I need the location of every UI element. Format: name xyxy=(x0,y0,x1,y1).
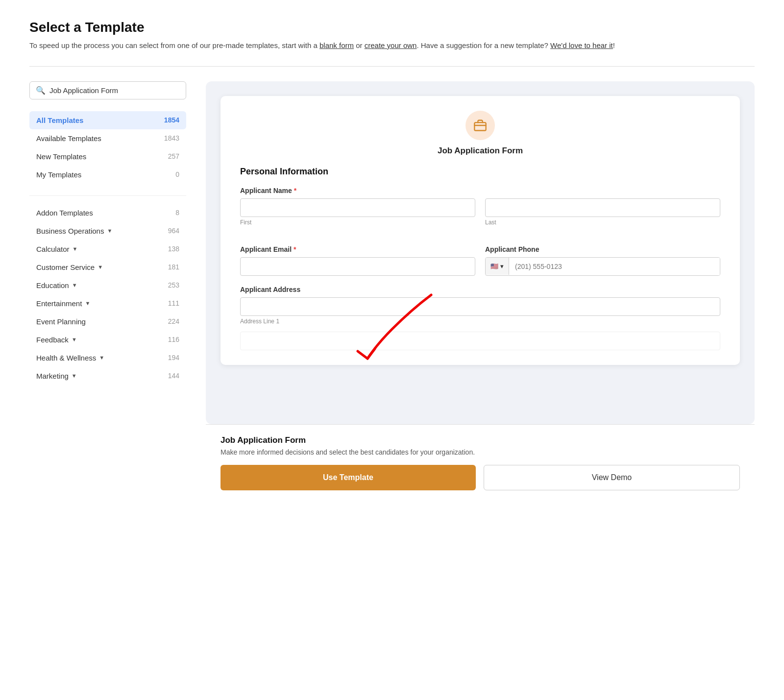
filter-all-label: All Templates xyxy=(36,116,83,124)
category-marketing-label: Marketing xyxy=(36,372,69,380)
header-divider xyxy=(29,66,755,67)
last-name-input[interactable] xyxy=(485,198,720,217)
filter-new-count: 257 xyxy=(168,152,179,160)
filter-all-templates[interactable]: All Templates 1854 xyxy=(29,111,186,129)
category-calculator[interactable]: Calculator ▼ 138 xyxy=(29,240,186,258)
required-star: * xyxy=(294,187,296,194)
category-education[interactable]: Education ▼ 253 xyxy=(29,276,186,294)
template-info-title: Job Application Form xyxy=(220,435,740,445)
use-template-button[interactable]: Use Template xyxy=(220,465,476,490)
briefcase-icon xyxy=(473,119,487,132)
category-addon-count: 8 xyxy=(175,209,179,217)
page-title: Select a Template xyxy=(29,20,755,35)
name-fields-row: First Last xyxy=(240,198,720,226)
first-name-input[interactable] xyxy=(240,198,475,217)
category-addon-label: Addon Templates xyxy=(36,209,93,217)
filter-available-count: 1843 xyxy=(164,134,179,142)
chevron-down-icon: ▼ xyxy=(99,355,104,361)
address-field: Applicant Address Address Line 1 xyxy=(240,286,720,325)
category-feedback[interactable]: Feedback ▼ 116 xyxy=(29,331,186,349)
chevron-down-icon: ▼ xyxy=(72,373,77,379)
search-input[interactable] xyxy=(49,86,180,95)
category-list: Addon Templates 8 Business Operations ▼ … xyxy=(29,204,186,385)
filter-available-templates[interactable]: Available Templates 1843 xyxy=(29,129,186,147)
applicant-name-label: Applicant Name * xyxy=(240,187,720,194)
category-feedback-label: Feedback xyxy=(36,336,69,344)
phone-flag-dropdown[interactable]: 🇺🇸 ▾ xyxy=(486,258,509,275)
category-health-count: 194 xyxy=(168,354,179,362)
category-health-wellness[interactable]: Health & Wellness ▼ 194 xyxy=(29,349,186,367)
form-section-title: Personal Information xyxy=(240,167,720,177)
category-education-count: 253 xyxy=(168,281,179,289)
last-name-group: Last xyxy=(485,198,720,226)
category-business-count: 964 xyxy=(168,227,179,235)
category-customer-label: Customer Service xyxy=(36,263,95,271)
required-star-email: * xyxy=(294,245,296,253)
category-business-operations[interactable]: Business Operations ▼ 964 xyxy=(29,222,186,240)
form-preview-title: Job Application Form xyxy=(240,146,720,156)
blank-form-link[interactable]: blank form xyxy=(319,41,354,49)
create-own-link[interactable]: create your own xyxy=(365,41,417,49)
category-calculator-count: 138 xyxy=(168,245,179,253)
form-icon-circle xyxy=(466,111,495,140)
email-input[interactable] xyxy=(240,257,475,276)
chevron-down-icon: ▼ xyxy=(98,264,103,270)
chevron-down-icon: ▼ xyxy=(85,300,90,306)
email-group: Applicant Email * xyxy=(240,245,475,276)
last-label: Last xyxy=(485,219,720,226)
chevron-down-icon: ▼ xyxy=(72,282,77,288)
category-marketing-count: 144 xyxy=(168,372,179,380)
filter-new-label: New Templates xyxy=(36,152,86,161)
category-education-label: Education xyxy=(36,281,69,290)
view-demo-button[interactable]: View Demo xyxy=(484,465,740,490)
applicant-name-row: Applicant Name * First xyxy=(240,187,720,236)
category-entertainment[interactable]: Entertainment ▼ 111 xyxy=(29,294,186,313)
form-preview: Job Application Form Personal Informatio… xyxy=(220,96,740,365)
svg-rect-0 xyxy=(474,122,486,130)
page-subtitle: To speed up the process you can select f… xyxy=(29,40,755,51)
filter-my-label: My Templates xyxy=(36,170,81,179)
first-name-group: First xyxy=(240,198,475,226)
category-entertainment-count: 111 xyxy=(168,299,179,307)
filter-my-templates[interactable]: My Templates 0 xyxy=(29,166,186,184)
us-flag-icon: 🇺🇸 xyxy=(490,263,498,270)
phone-input[interactable] xyxy=(509,258,720,275)
category-entertainment-label: Entertainment xyxy=(36,299,82,308)
category-event-planning[interactable]: Event Planning 224 xyxy=(29,313,186,331)
preview-card: Job Application Form Personal Informatio… xyxy=(206,81,755,424)
action-buttons: Use Template View Demo xyxy=(220,465,740,490)
chevron-down-icon: ▼ xyxy=(73,246,78,252)
category-business-label: Business Operations xyxy=(36,227,104,235)
filter-new-templates[interactable]: New Templates 257 xyxy=(29,147,186,166)
template-info-desc: Make more informed decisions and select … xyxy=(220,448,740,456)
category-customer-service[interactable]: Customer Service ▼ 181 xyxy=(29,258,186,276)
address-line1-input[interactable] xyxy=(240,297,720,316)
email-phone-row: Applicant Email * Applicant Phone 🇺🇸 xyxy=(240,245,720,276)
category-calculator-label: Calculator xyxy=(36,245,70,253)
feedback-link[interactable]: We'd love to hear it xyxy=(550,41,613,49)
template-info-bar: Job Application Form Make more informed … xyxy=(206,424,755,501)
category-event-count: 224 xyxy=(168,317,179,325)
email-label: Applicant Email * xyxy=(240,245,475,253)
filter-all-count: 1854 xyxy=(164,116,179,124)
filter-my-count: 0 xyxy=(175,170,179,178)
filter-available-label: Available Templates xyxy=(36,134,101,143)
preview-outer: Job Application Form Personal Informatio… xyxy=(206,81,755,501)
preview-panel: Job Application Form Personal Informatio… xyxy=(206,81,755,501)
category-marketing[interactable]: Marketing ▼ 144 xyxy=(29,367,186,385)
address-line2-input[interactable] xyxy=(240,332,720,350)
category-feedback-count: 116 xyxy=(168,336,179,343)
phone-label: Applicant Phone xyxy=(485,245,720,253)
chevron-down-icon: ▼ xyxy=(72,337,77,342)
category-customer-count: 181 xyxy=(168,263,179,271)
form-icon-wrap xyxy=(240,111,720,140)
category-health-label: Health & Wellness xyxy=(36,354,96,362)
address-sub-label: Address Line 1 xyxy=(240,318,720,325)
phone-row: 🇺🇸 ▾ xyxy=(485,257,720,276)
sidebar: 🔍 All Templates 1854 Available Templates… xyxy=(29,81,186,501)
category-event-label: Event Planning xyxy=(36,317,86,326)
chevron-down-icon: ▼ xyxy=(107,228,112,234)
phone-group: Applicant Phone 🇺🇸 ▾ xyxy=(485,245,720,276)
search-icon: 🔍 xyxy=(36,86,46,95)
category-addon-templates[interactable]: Addon Templates 8 xyxy=(29,204,186,222)
